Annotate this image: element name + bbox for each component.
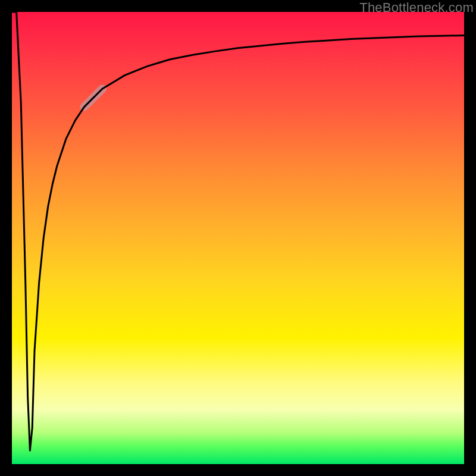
- plot-area: [12, 12, 464, 464]
- curve-layer: [12, 12, 464, 464]
- chart-container: TheBottleneck.com: [0, 0, 476, 476]
- curve-path: [12, 12, 464, 450]
